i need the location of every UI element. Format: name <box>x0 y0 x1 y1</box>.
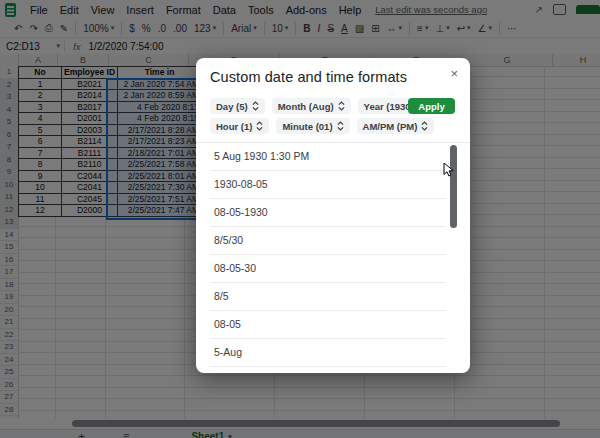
token-label: Month (Aug) <box>278 101 334 112</box>
token-label: Hour (1) <box>216 121 252 132</box>
token-day[interactable]: Day (5) <box>210 98 265 114</box>
stepper-icon <box>337 121 344 131</box>
token-label: Day (5) <box>216 101 248 112</box>
dialog-title: Custom date and time formats <box>210 69 407 85</box>
google-sheets-app: FileEditViewInsertFormatDataToolsAdd-ons… <box>0 0 600 438</box>
format-option[interactable]: 5-Aug <box>210 339 446 367</box>
stepper-icon <box>421 121 428 131</box>
stepper-icon <box>338 101 345 111</box>
apply-button[interactable]: Apply <box>408 98 455 114</box>
format-option[interactable]: 08-05-1930 <box>210 199 446 227</box>
format-option[interactable]: 1930-08-05 <box>210 171 446 199</box>
token-ampm[interactable]: AM/PM (PM) <box>357 118 435 134</box>
format-option[interactable]: 8/5 <box>210 283 446 311</box>
token-label: AM/PM (PM) <box>363 121 418 132</box>
custom-date-time-formats-dialog: Custom date and time formats × Day (5)Mo… <box>196 58 470 373</box>
format-option[interactable]: 08-05 <box>210 311 446 339</box>
token-hour[interactable]: Hour (1) <box>210 118 269 134</box>
format-option[interactable]: 5 Aug 1930 1:30 PM <box>210 143 446 171</box>
format-options-list: 5 Aug 1930 1:30 PM1930-08-0508-05-19308/… <box>210 143 446 367</box>
stepper-icon <box>256 121 263 131</box>
format-option[interactable]: 8/5/30 <box>210 227 446 255</box>
token-label: Minute (01) <box>282 121 332 132</box>
token-minute[interactable]: Minute (01) <box>276 118 349 134</box>
token-month[interactable]: Month (Aug) <box>272 98 351 114</box>
dialog-scrollbar-thumb[interactable] <box>450 145 457 228</box>
token-label: Year (1930) <box>364 101 414 112</box>
token-row-2: Hour (1)Minute (01)AM/PM (PM) <box>210 118 434 134</box>
stepper-icon <box>252 101 259 111</box>
close-icon[interactable]: × <box>450 67 458 81</box>
format-option[interactable]: 08-05-30 <box>210 255 446 283</box>
